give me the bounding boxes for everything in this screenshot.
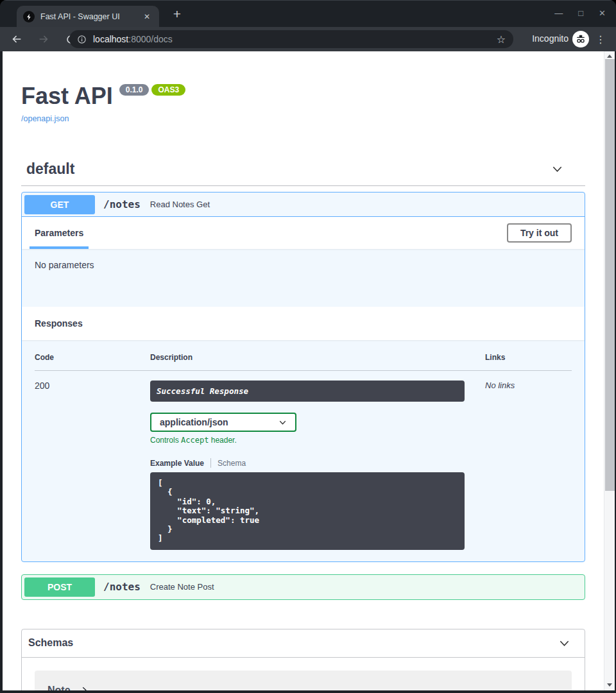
tab-title: Fast API - Swagger UI: [40, 12, 135, 21]
col-header-links: Links: [485, 353, 572, 362]
page-title: Fast API: [21, 83, 113, 109]
chevron-right-icon: [80, 686, 89, 690]
api-header: Fast API0.1.0OAS3 /openapi.json: [21, 83, 585, 124]
swagger-page: Fast API0.1.0OAS3 /openapi.json default …: [3, 51, 604, 690]
tab-schema[interactable]: Schema: [218, 459, 246, 468]
response-code: 200: [35, 381, 150, 550]
model-note-toggle[interactable]: Note: [47, 685, 572, 690]
parameters-header: Parameters Try it out: [22, 217, 585, 249]
controls-accept-note: Controls Accept header.: [150, 436, 485, 445]
schemas-title: Schemas: [28, 637, 73, 649]
version-badge: 0.1.0: [119, 84, 150, 96]
responses-header: Responses: [22, 307, 585, 340]
oas3-badge: OAS3: [151, 84, 185, 96]
site-info-icon[interactable]: [77, 35, 87, 44]
try-it-out-button[interactable]: Try it out: [507, 223, 572, 243]
post-notes-summary[interactable]: POST /notes Create Note Post: [22, 575, 585, 599]
bookmark-star-icon[interactable]: ☆: [497, 33, 506, 46]
model-note-name: Note: [47, 685, 71, 690]
browser-toolbar: localhost:8000/docs ☆ Incognito ⋮: [0, 27, 616, 51]
get-notes-summary[interactable]: GET /notes Read Notes Get: [22, 193, 585, 217]
post-method-badge: POST: [24, 578, 95, 597]
browser-tab[interactable]: Fast API - Swagger UI ✕: [17, 6, 159, 28]
schemas-header[interactable]: Schemas: [22, 629, 585, 658]
media-type-value: application/json: [160, 417, 228, 427]
scroll-down-icon[interactable]: [604, 680, 615, 689]
col-header-description: Description: [150, 353, 485, 362]
response-row-200: 200 Successful Response application/json…: [35, 371, 572, 550]
chevron-down-icon[interactable]: [551, 163, 563, 175]
minimize-button[interactable]: —: [554, 7, 563, 20]
post-summary-text: Create Note Post: [150, 582, 214, 592]
titlebar: Fast API - Swagger UI ✕ + — □ ✕: [0, 0, 616, 27]
tag-section-default[interactable]: default: [21, 160, 585, 186]
col-header-code: Code: [35, 353, 150, 362]
response-description-cell: Successful Response application/json Con…: [150, 381, 485, 550]
response-links: No links: [485, 381, 572, 550]
forward-icon[interactable]: [35, 30, 53, 48]
media-type-select[interactable]: application/json: [150, 413, 296, 432]
get-summary-text: Read Notes Get: [150, 200, 210, 209]
page-scrollbar[interactable]: [604, 51, 615, 690]
model-note: Note: [35, 671, 572, 690]
no-parameters-text: No parameters: [22, 249, 585, 307]
new-tab-button[interactable]: +: [168, 6, 186, 23]
browser-window: Fast API - Swagger UI ✕ + — □ ✕ lo: [0, 0, 616, 693]
url-path: :8000/docs: [128, 34, 173, 44]
tab-parameters[interactable]: Parameters: [35, 217, 83, 249]
response-description: Successful Response: [150, 381, 465, 402]
openapi-spec-link[interactable]: /openapi.json: [21, 114, 69, 123]
url-host: localhost: [93, 34, 128, 44]
address-bar[interactable]: localhost:8000/docs ☆: [69, 30, 513, 48]
chevron-down-icon[interactable]: [558, 637, 570, 649]
menu-icon[interactable]: ⋮: [595, 33, 606, 46]
opblock-post-notes: POST /notes Create Note Post: [21, 574, 585, 600]
tab-close-icon[interactable]: ✕: [141, 11, 153, 22]
tab-divider: [210, 458, 211, 468]
tag-title: default: [26, 160, 74, 178]
opblock-get-notes: GET /notes Read Notes Get Parameters Try…: [21, 192, 585, 562]
get-path: /notes: [103, 198, 141, 210]
schemas-section: Schemas Note: [21, 629, 585, 690]
scrollbar-thumb[interactable]: [605, 59, 615, 491]
incognito-icon: [572, 31, 589, 47]
models-body: Note: [22, 658, 585, 690]
tab-example-value[interactable]: Example Value: [150, 459, 204, 468]
maximize-button[interactable]: □: [578, 7, 583, 20]
incognito-label: Incognito: [532, 33, 569, 44]
back-icon[interactable]: [8, 30, 26, 48]
example-schema-tabs: Example Value Schema: [150, 458, 485, 468]
chevron-down-icon: [278, 418, 287, 427]
close-button[interactable]: ✕: [599, 7, 606, 20]
post-path: /notes: [103, 581, 141, 593]
get-method-badge: GET: [24, 195, 95, 214]
responses-body: Code Description Links 200 Successful Re…: [22, 340, 585, 561]
example-json-block: [ { "id": 0, "text": "string", "complete…: [150, 472, 465, 550]
responses-table-head: Code Description Links: [35, 353, 572, 371]
url-text: localhost:8000/docs: [93, 34, 173, 44]
fastapi-favicon-icon: [23, 11, 35, 22]
